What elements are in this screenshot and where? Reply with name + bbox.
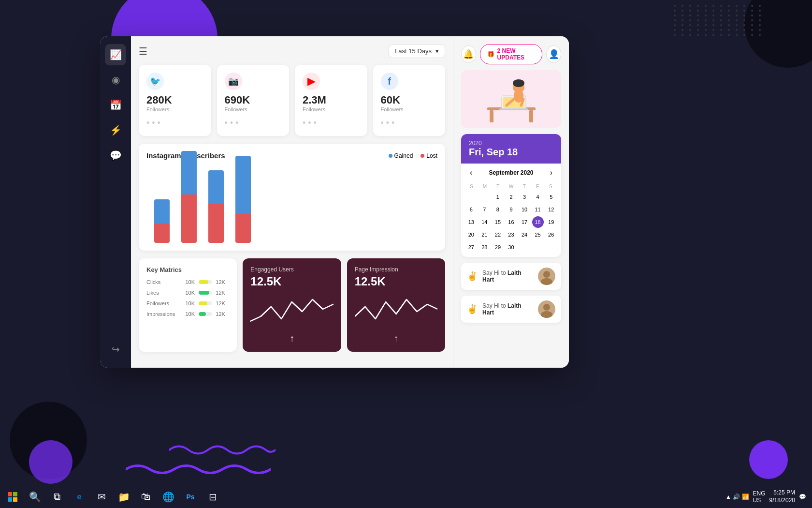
cal-day-25[interactable]: 25	[532, 229, 544, 240]
edge-browser-button[interactable]: e	[69, 486, 90, 508]
cal-day-18[interactable]: 18	[532, 216, 544, 228]
file-explorer-button[interactable]: 📁	[113, 486, 134, 508]
say-hi-card-2[interactable]: ✌️ Say Hi to Laith Hart	[461, 296, 561, 323]
cal-day-15[interactable]: 15	[492, 216, 504, 228]
engaged-users-title: Engagged Users	[250, 266, 333, 273]
cal-day-19[interactable]: 19	[545, 216, 557, 228]
calendar-header: 2020 Fri, Sep 18	[461, 134, 561, 164]
twitter-label: Followers	[146, 106, 203, 112]
calendar-nav: ‹ September 2020 ›	[461, 164, 561, 182]
metric-row-impressions: Impressions 10K 12K	[146, 311, 229, 317]
cal-day-3[interactable]: 3	[519, 191, 530, 203]
cal-day-21[interactable]: 21	[478, 229, 490, 240]
sidebar-item-messages[interactable]: 💬	[105, 145, 126, 166]
sidebar-item-logout[interactable]: ↪	[105, 339, 126, 360]
sidebar-item-media[interactable]: ◉	[105, 69, 126, 90]
chart-legend: Gained Lost	[389, 152, 437, 159]
mail-button[interactable]: ✉	[91, 486, 112, 508]
facebook-card: f 60K Followers • • •	[373, 65, 446, 136]
cal-day-30[interactable]: 30	[505, 241, 517, 253]
instagram-card: 📷 690K Followers • • •	[217, 65, 290, 136]
hamburger-menu[interactable]: ☰	[139, 45, 147, 57]
browser-button[interactable]: 🌐	[158, 486, 179, 508]
metric-min-likes: 10K	[181, 290, 195, 296]
metrics-title: Key Matrics	[146, 266, 229, 273]
illustration-svg	[478, 73, 545, 126]
metric-label-clicks: Clicks	[146, 279, 177, 285]
instagram-more-button[interactable]: • • •	[225, 118, 282, 128]
cal-day-27[interactable]: 27	[465, 241, 477, 253]
metric-bar-clicks	[199, 280, 208, 284]
windows-security-taskbar-button[interactable]: ⊟	[202, 486, 223, 508]
youtube-more-button[interactable]: • • •	[303, 118, 360, 128]
cal-day-14[interactable]: 14	[478, 216, 490, 228]
sidebar-item-calendar[interactable]: 📅	[105, 94, 126, 116]
metric-bar-likes	[199, 291, 209, 295]
cal-day-28[interactable]: 28	[478, 241, 490, 253]
cal-day-4[interactable]: 4	[532, 191, 544, 203]
calendar-prev-button[interactable]: ‹	[467, 167, 475, 178]
cal-day-11[interactable]: 11	[532, 204, 544, 215]
taskbar-notification-icon[interactable]: 💬	[799, 493, 806, 500]
lost-label: Lost	[426, 152, 437, 159]
page-impression-value: 12.5K	[355, 275, 437, 288]
photoshop-button[interactable]: Ps	[180, 486, 201, 508]
bar-chart	[146, 165, 437, 243]
engaged-users-up-icon[interactable]: ↑	[250, 333, 333, 344]
cal-day-17[interactable]: 17	[519, 216, 530, 228]
facebook-more-button[interactable]: • • •	[381, 118, 438, 128]
bg-wave2	[126, 460, 271, 479]
page-impression-up-icon[interactable]: ↑	[355, 333, 437, 344]
svg-rect-20	[13, 497, 17, 502]
cal-day-20[interactable]: 20	[465, 229, 477, 240]
cal-day-5[interactable]: 5	[545, 191, 557, 203]
updates-icon: 🎁	[487, 51, 494, 58]
cal-day-12[interactable]: 12	[545, 204, 557, 215]
calendar-next-button[interactable]: ›	[547, 167, 555, 178]
task-view-button[interactable]: ⧉	[46, 486, 68, 508]
window-topbar: ☰ Last 15 Days ▾	[139, 44, 445, 58]
cal-day-29[interactable]: 29	[492, 241, 504, 253]
cal-day-22[interactable]: 22	[492, 229, 504, 240]
sidebar-item-analytics[interactable]: 📈	[105, 44, 126, 65]
cal-day-24[interactable]: 24	[519, 229, 530, 240]
legend-gained: Gained	[389, 152, 413, 159]
cal-day-10[interactable]: 10	[519, 204, 530, 215]
twitter-more-button[interactable]: • • •	[146, 118, 203, 128]
notifications-button[interactable]: 🔔	[461, 45, 476, 63]
say-hi-avatar-1	[538, 268, 555, 285]
profile-button[interactable]: 👤	[546, 45, 561, 63]
cal-day-empty	[465, 191, 477, 203]
cal-day-13[interactable]: 13	[465, 216, 477, 228]
cal-day-8[interactable]: 8	[492, 204, 504, 215]
bg-wave	[169, 440, 276, 460]
cal-day-16[interactable]: 16	[505, 216, 517, 228]
cal-day-9[interactable]: 9	[505, 204, 517, 215]
metric-row-followers: Followers 10K 12K	[146, 300, 229, 306]
cal-day-26[interactable]: 26	[545, 229, 557, 240]
updates-label: 2 NEW UPDATES	[497, 47, 536, 61]
svg-rect-19	[8, 497, 12, 502]
say-hi-text-1: Say Hi to Laith Hart	[482, 269, 533, 283]
store-button[interactable]: 🛍	[135, 486, 157, 508]
cal-day-7[interactable]: 7	[478, 204, 490, 215]
taskbar-language: ENGUS	[753, 490, 766, 504]
search-button[interactable]: 🔍	[24, 486, 45, 508]
page-impression-chart	[355, 292, 437, 331]
updates-button[interactable]: 🎁 2 NEW UPDATES	[480, 44, 543, 64]
cal-day-23[interactable]: 23	[505, 229, 517, 240]
right-panel: 🔔 🎁 2 NEW UPDATES 👤	[453, 36, 569, 368]
instagram-icon: 📷	[225, 73, 242, 90]
calendar-days: 1 2 3 4 5 6 7 8 9 10 11 12 13 14 15	[465, 191, 557, 253]
say-hi-card-1[interactable]: ✌️ Say Hi to Laith Hart	[461, 263, 561, 290]
taskbar: 🔍 ⧉ e ✉ 📁 🛍 🌐 Ps ⊟ ▲ 🔊 📶 ENGUS 5:25 PM 9…	[0, 485, 812, 508]
cal-day-2[interactable]: 2	[505, 191, 517, 203]
date-filter-dropdown[interactable]: Last 15 Days ▾	[389, 44, 445, 58]
taskbar-time: 5:25 PM	[769, 489, 795, 497]
cal-day-1[interactable]: 1	[492, 191, 504, 203]
sidebar-item-channels[interactable]: ⚡	[105, 120, 126, 141]
taskbar-clock: 5:25 PM 9/18/2020	[769, 489, 795, 504]
calendar-card: 2020 Fri, Sep 18 ‹ September 2020 › S M …	[461, 134, 561, 257]
start-button[interactable]	[2, 486, 23, 508]
cal-day-6[interactable]: 6	[465, 204, 477, 215]
